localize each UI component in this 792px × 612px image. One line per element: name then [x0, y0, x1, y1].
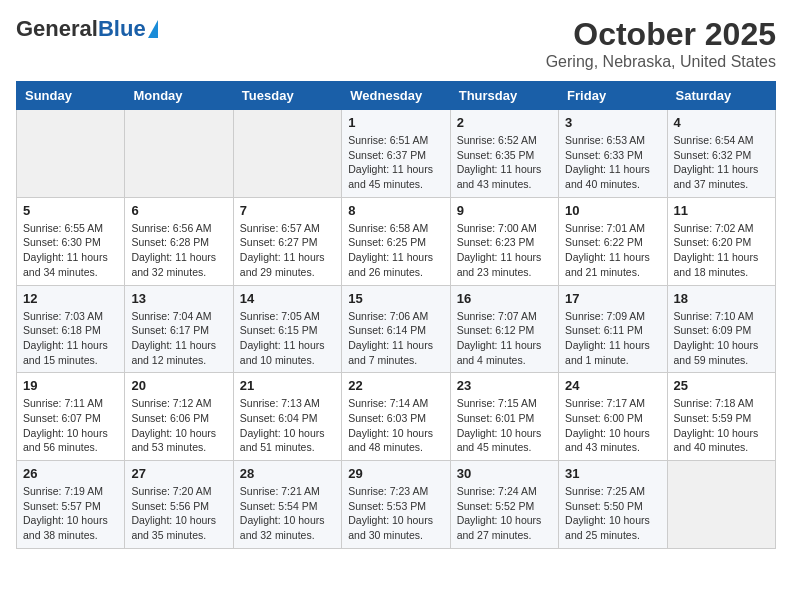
logo-icon [148, 20, 158, 38]
calendar-cell: 5Sunrise: 6:55 AM Sunset: 6:30 PM Daylig… [17, 197, 125, 285]
calendar-cell: 1Sunrise: 6:51 AM Sunset: 6:37 PM Daylig… [342, 110, 450, 198]
day-info: Sunrise: 7:10 AM Sunset: 6:09 PM Dayligh… [674, 309, 769, 368]
page-header: General Blue October 2025 Gering, Nebras… [16, 16, 776, 71]
calendar-cell: 11Sunrise: 7:02 AM Sunset: 6:20 PM Dayli… [667, 197, 775, 285]
day-header-tuesday: Tuesday [233, 82, 341, 110]
calendar-cell: 18Sunrise: 7:10 AM Sunset: 6:09 PM Dayli… [667, 285, 775, 373]
day-number: 31 [565, 466, 660, 481]
day-header-monday: Monday [125, 82, 233, 110]
day-number: 9 [457, 203, 552, 218]
calendar-week-2: 5Sunrise: 6:55 AM Sunset: 6:30 PM Daylig… [17, 197, 776, 285]
day-number: 22 [348, 378, 443, 393]
day-header-friday: Friday [559, 82, 667, 110]
calendar-cell: 2Sunrise: 6:52 AM Sunset: 6:35 PM Daylig… [450, 110, 558, 198]
calendar-cell [233, 110, 341, 198]
day-info: Sunrise: 7:25 AM Sunset: 5:50 PM Dayligh… [565, 484, 660, 543]
day-info: Sunrise: 6:51 AM Sunset: 6:37 PM Dayligh… [348, 133, 443, 192]
calendar-week-3: 12Sunrise: 7:03 AM Sunset: 6:18 PM Dayli… [17, 285, 776, 373]
day-number: 25 [674, 378, 769, 393]
day-number: 18 [674, 291, 769, 306]
calendar-cell: 25Sunrise: 7:18 AM Sunset: 5:59 PM Dayli… [667, 373, 775, 461]
day-info: Sunrise: 7:17 AM Sunset: 6:00 PM Dayligh… [565, 396, 660, 455]
calendar-week-5: 26Sunrise: 7:19 AM Sunset: 5:57 PM Dayli… [17, 461, 776, 549]
day-info: Sunrise: 7:02 AM Sunset: 6:20 PM Dayligh… [674, 221, 769, 280]
day-number: 5 [23, 203, 118, 218]
day-number: 8 [348, 203, 443, 218]
day-info: Sunrise: 7:20 AM Sunset: 5:56 PM Dayligh… [131, 484, 226, 543]
day-number: 26 [23, 466, 118, 481]
calendar-cell: 28Sunrise: 7:21 AM Sunset: 5:54 PM Dayli… [233, 461, 341, 549]
day-info: Sunrise: 7:07 AM Sunset: 6:12 PM Dayligh… [457, 309, 552, 368]
calendar-cell: 12Sunrise: 7:03 AM Sunset: 6:18 PM Dayli… [17, 285, 125, 373]
calendar-cell: 21Sunrise: 7:13 AM Sunset: 6:04 PM Dayli… [233, 373, 341, 461]
day-info: Sunrise: 7:15 AM Sunset: 6:01 PM Dayligh… [457, 396, 552, 455]
day-info: Sunrise: 7:12 AM Sunset: 6:06 PM Dayligh… [131, 396, 226, 455]
day-info: Sunrise: 7:05 AM Sunset: 6:15 PM Dayligh… [240, 309, 335, 368]
day-info: Sunrise: 6:55 AM Sunset: 6:30 PM Dayligh… [23, 221, 118, 280]
day-number: 3 [565, 115, 660, 130]
day-info: Sunrise: 7:18 AM Sunset: 5:59 PM Dayligh… [674, 396, 769, 455]
header-row: SundayMondayTuesdayWednesdayThursdayFrid… [17, 82, 776, 110]
day-info: Sunrise: 6:54 AM Sunset: 6:32 PM Dayligh… [674, 133, 769, 192]
calendar-cell: 15Sunrise: 7:06 AM Sunset: 6:14 PM Dayli… [342, 285, 450, 373]
day-info: Sunrise: 7:00 AM Sunset: 6:23 PM Dayligh… [457, 221, 552, 280]
calendar-body: 1Sunrise: 6:51 AM Sunset: 6:37 PM Daylig… [17, 110, 776, 549]
day-number: 24 [565, 378, 660, 393]
day-number: 23 [457, 378, 552, 393]
calendar-table: SundayMondayTuesdayWednesdayThursdayFrid… [16, 81, 776, 549]
calendar-cell: 13Sunrise: 7:04 AM Sunset: 6:17 PM Dayli… [125, 285, 233, 373]
calendar-cell: 7Sunrise: 6:57 AM Sunset: 6:27 PM Daylig… [233, 197, 341, 285]
day-number: 20 [131, 378, 226, 393]
calendar-cell: 22Sunrise: 7:14 AM Sunset: 6:03 PM Dayli… [342, 373, 450, 461]
day-info: Sunrise: 7:11 AM Sunset: 6:07 PM Dayligh… [23, 396, 118, 455]
day-header-thursday: Thursday [450, 82, 558, 110]
day-info: Sunrise: 7:13 AM Sunset: 6:04 PM Dayligh… [240, 396, 335, 455]
day-info: Sunrise: 7:24 AM Sunset: 5:52 PM Dayligh… [457, 484, 552, 543]
calendar-cell: 29Sunrise: 7:23 AM Sunset: 5:53 PM Dayli… [342, 461, 450, 549]
day-number: 16 [457, 291, 552, 306]
calendar-cell: 26Sunrise: 7:19 AM Sunset: 5:57 PM Dayli… [17, 461, 125, 549]
calendar-cell [125, 110, 233, 198]
day-info: Sunrise: 7:04 AM Sunset: 6:17 PM Dayligh… [131, 309, 226, 368]
calendar-cell: 24Sunrise: 7:17 AM Sunset: 6:00 PM Dayli… [559, 373, 667, 461]
day-info: Sunrise: 6:53 AM Sunset: 6:33 PM Dayligh… [565, 133, 660, 192]
day-info: Sunrise: 7:19 AM Sunset: 5:57 PM Dayligh… [23, 484, 118, 543]
calendar-cell: 16Sunrise: 7:07 AM Sunset: 6:12 PM Dayli… [450, 285, 558, 373]
calendar-cell: 10Sunrise: 7:01 AM Sunset: 6:22 PM Dayli… [559, 197, 667, 285]
day-number: 12 [23, 291, 118, 306]
day-number: 2 [457, 115, 552, 130]
calendar-week-1: 1Sunrise: 6:51 AM Sunset: 6:37 PM Daylig… [17, 110, 776, 198]
calendar-cell [17, 110, 125, 198]
day-number: 17 [565, 291, 660, 306]
day-header-sunday: Sunday [17, 82, 125, 110]
calendar-cell: 8Sunrise: 6:58 AM Sunset: 6:25 PM Daylig… [342, 197, 450, 285]
day-number: 11 [674, 203, 769, 218]
calendar-cell: 20Sunrise: 7:12 AM Sunset: 6:06 PM Dayli… [125, 373, 233, 461]
calendar-cell: 27Sunrise: 7:20 AM Sunset: 5:56 PM Dayli… [125, 461, 233, 549]
day-info: Sunrise: 7:21 AM Sunset: 5:54 PM Dayligh… [240, 484, 335, 543]
day-number: 29 [348, 466, 443, 481]
calendar-cell: 17Sunrise: 7:09 AM Sunset: 6:11 PM Dayli… [559, 285, 667, 373]
calendar-cell: 14Sunrise: 7:05 AM Sunset: 6:15 PM Dayli… [233, 285, 341, 373]
day-info: Sunrise: 7:03 AM Sunset: 6:18 PM Dayligh… [23, 309, 118, 368]
day-info: Sunrise: 7:09 AM Sunset: 6:11 PM Dayligh… [565, 309, 660, 368]
day-number: 30 [457, 466, 552, 481]
logo-blue-text: Blue [98, 16, 146, 42]
logo: General Blue [16, 16, 158, 42]
day-number: 28 [240, 466, 335, 481]
day-info: Sunrise: 7:14 AM Sunset: 6:03 PM Dayligh… [348, 396, 443, 455]
day-number: 14 [240, 291, 335, 306]
calendar-cell: 4Sunrise: 6:54 AM Sunset: 6:32 PM Daylig… [667, 110, 775, 198]
month-title: October 2025 [546, 16, 776, 53]
calendar-cell: 23Sunrise: 7:15 AM Sunset: 6:01 PM Dayli… [450, 373, 558, 461]
calendar-header: SundayMondayTuesdayWednesdayThursdayFrid… [17, 82, 776, 110]
day-number: 4 [674, 115, 769, 130]
day-number: 7 [240, 203, 335, 218]
logo-general-text: General [16, 16, 98, 42]
day-number: 10 [565, 203, 660, 218]
calendar-cell: 3Sunrise: 6:53 AM Sunset: 6:33 PM Daylig… [559, 110, 667, 198]
day-info: Sunrise: 6:57 AM Sunset: 6:27 PM Dayligh… [240, 221, 335, 280]
calendar-cell: 19Sunrise: 7:11 AM Sunset: 6:07 PM Dayli… [17, 373, 125, 461]
day-number: 27 [131, 466, 226, 481]
calendar-cell: 30Sunrise: 7:24 AM Sunset: 5:52 PM Dayli… [450, 461, 558, 549]
